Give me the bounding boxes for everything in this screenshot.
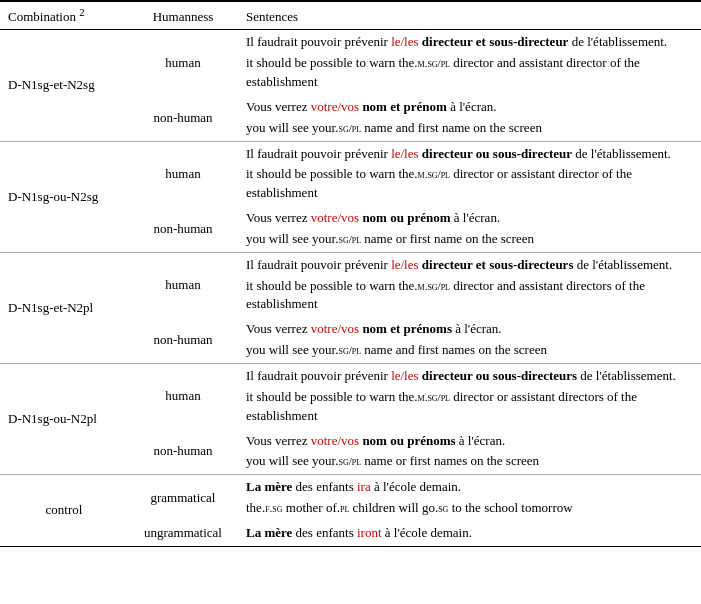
humanness-label: non-human (128, 95, 238, 141)
bold-text: directeur et sous-directeurs (422, 257, 574, 272)
humanness-label: non-human (128, 206, 238, 252)
english-sentence: you will see your.sg/pl name and first n… (246, 341, 693, 360)
smallcaps-text: m.sg/pl (418, 57, 450, 69)
red-text: le/les (391, 34, 418, 49)
humanness-label: non-human (128, 429, 238, 475)
bold-text: La mère (246, 479, 292, 494)
bold-text: La mère (246, 525, 292, 540)
english-sentence: it should be possible to warn the.m.sg/p… (246, 388, 693, 426)
humanness-label: non-human (128, 317, 238, 363)
red-text: votre/vos (311, 433, 359, 448)
table-row: D-N1sg-et-N2sg human Il faudrait pouvoir… (0, 30, 701, 95)
combination-label: control (0, 475, 128, 547)
french-sentence: La mère des enfants iront à l'école dema… (246, 524, 693, 543)
bold-text: nom et prénoms (362, 321, 452, 336)
red-text: ira (357, 479, 371, 494)
smallcaps-text: f.sg (265, 502, 282, 514)
table-row: D-N1sg-ou-N2pl human Il faudrait pouvoir… (0, 363, 701, 428)
smallcaps-text: m.sg/pl (418, 168, 450, 180)
smallcaps-text: sg/pl (338, 233, 361, 245)
french-sentence: La mère des enfants ira à l'école demain… (246, 478, 693, 497)
french-sentence: Il faudrait pouvoir prévenir le/les dire… (246, 145, 693, 164)
bold-text: directeur ou sous-directeur (422, 146, 572, 161)
sentence-cell: Il faudrait pouvoir prévenir le/les dire… (238, 141, 701, 206)
sentence-cell: Vous verrez votre/vos nom ou prénoms à l… (238, 429, 701, 475)
humanness-label: human (128, 252, 238, 317)
french-sentence: Vous verrez votre/vos nom et prénoms à l… (246, 320, 693, 339)
smallcaps-text: sg/pl (338, 455, 361, 467)
sentence-cell: La mère des enfants ira à l'école demain… (238, 475, 701, 521)
header-sentences: Sentences (238, 1, 701, 30)
red-text: le/les (391, 146, 418, 161)
sentence-cell: Vous verrez votre/vos nom ou prénom à l'… (238, 206, 701, 252)
smallcaps-text2: pl (340, 502, 349, 514)
french-sentence: Il faudrait pouvoir prévenir le/les dire… (246, 367, 693, 386)
red-text: votre/vos (311, 321, 359, 336)
french-sentence: Il faudrait pouvoir prévenir le/les dire… (246, 33, 693, 52)
sentence-cell: Il faudrait pouvoir prévenir le/les dire… (238, 252, 701, 317)
header-humanness: Humanness (128, 1, 238, 30)
red-text: votre/vos (311, 99, 359, 114)
french-sentence: Vous verrez votre/vos nom ou prénoms à l… (246, 432, 693, 451)
smallcaps-text: sg/pl (338, 122, 361, 134)
english-sentence: you will see your.sg/pl name or first na… (246, 230, 693, 249)
humanness-label: human (128, 30, 238, 95)
english-sentence: it should be possible to warn the.m.sg/p… (246, 54, 693, 92)
combination-label: D-N1sg-ou-N2pl (0, 363, 128, 474)
humanness-label: ungrammatical (128, 521, 238, 546)
table-row: D-N1sg-et-N2pl human Il faudrait pouvoir… (0, 252, 701, 317)
sentence-cell: Il faudrait pouvoir prévenir le/les dire… (238, 363, 701, 428)
english-sentence: it should be possible to warn the.m.sg/p… (246, 277, 693, 315)
french-sentence: Vous verrez votre/vos nom et prénom à l'… (246, 98, 693, 117)
smallcaps-text: sg/pl (338, 344, 361, 356)
sentence-cell: La mère des enfants iront à l'école dema… (238, 521, 701, 546)
bold-text: directeur et sous-directeur (422, 34, 569, 49)
french-sentence: Vous verrez votre/vos nom ou prénom à l'… (246, 209, 693, 228)
humanness-label: human (128, 141, 238, 206)
combination-label: D-N1sg-ou-N2sg (0, 141, 128, 252)
smallcaps-text3: sg (438, 502, 448, 514)
red-text: votre/vos (311, 210, 359, 225)
bold-text: directeur ou sous-directeurs (422, 368, 577, 383)
combination-label: D-N1sg-et-N2pl (0, 252, 128, 363)
table-row: D-N1sg-ou-N2sg human Il faudrait pouvoir… (0, 141, 701, 206)
english-sentence: you will see your.sg/pl name and first n… (246, 119, 693, 138)
english-sentence: you will see your.sg/pl name or first na… (246, 452, 693, 471)
smallcaps-text: m.sg/pl (418, 280, 450, 292)
english-sentence: it should be possible to warn the.m.sg/p… (246, 165, 693, 203)
english-sentence: the.f.sg mother of.pl children will go.s… (246, 499, 693, 518)
sentence-cell: Vous verrez votre/vos nom et prénoms à l… (238, 317, 701, 363)
header-combination-sup: 2 (79, 6, 84, 18)
red-text: le/les (391, 368, 418, 383)
humanness-label: human (128, 363, 238, 428)
smallcaps-text: m.sg/pl (418, 391, 450, 403)
bold-text: nom ou prénom (362, 210, 450, 225)
red-text: iront (357, 525, 382, 540)
bold-text: nom et prénom (362, 99, 447, 114)
sentence-cell: Il faudrait pouvoir prévenir le/les dire… (238, 30, 701, 95)
french-sentence: Il faudrait pouvoir prévenir le/les dire… (246, 256, 693, 275)
header-combination: Combination 2 (0, 1, 128, 30)
humanness-label: grammatical (128, 475, 238, 521)
red-text: le/les (391, 257, 418, 272)
bold-text: nom ou prénoms (362, 433, 455, 448)
combination-label: D-N1sg-et-N2sg (0, 30, 128, 141)
table-row: control grammatical La mère des enfants … (0, 475, 701, 521)
sentence-cell: Vous verrez votre/vos nom et prénom à l'… (238, 95, 701, 141)
